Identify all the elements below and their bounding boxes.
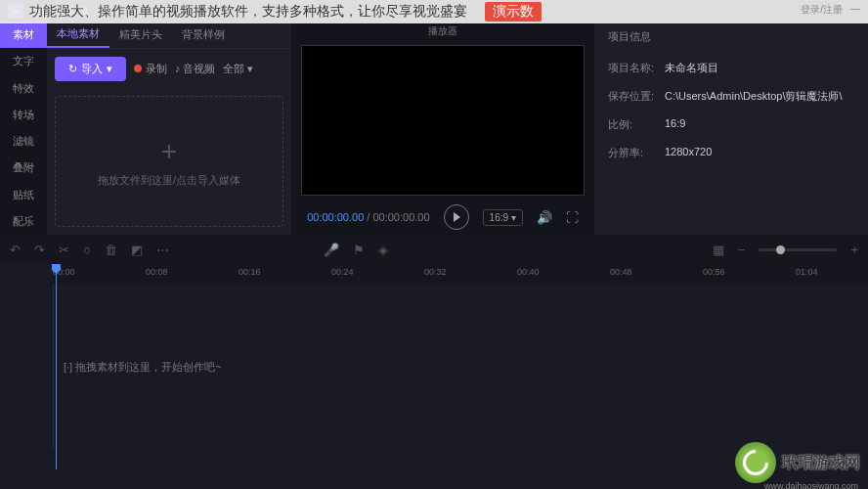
plus-icon: +	[161, 136, 177, 167]
ruler-tick: 01:04	[796, 267, 818, 277]
sidebar-tab-music[interactable]: 配乐	[0, 208, 47, 235]
crop-icon[interactable]: ◩	[131, 243, 143, 257]
timeline-hint: [·] 拖拽素材到这里，开始创作吧~	[64, 360, 222, 375]
window-controls: 登录/注册 —	[801, 3, 860, 17]
fullscreen-icon[interactable]: ⛶	[566, 210, 579, 225]
record-button[interactable]: 录制	[134, 62, 167, 76]
sidebar-tab-material[interactable]: 素材	[0, 22, 47, 48]
info-lbl: 分辨率:	[608, 146, 665, 160]
ruler-tick: 00:48	[610, 267, 632, 277]
sidebar-tab-overlay[interactable]: 叠附	[0, 155, 47, 181]
redo-icon[interactable]: ↷	[34, 243, 45, 257]
info-lbl: 项目名称:	[608, 61, 665, 75]
import-button[interactable]: ↻ 导入 ▾	[55, 57, 126, 81]
login-link[interactable]: 登录/注册	[801, 3, 843, 17]
info-val: 未命名项目	[665, 61, 854, 75]
info-val: C:\Users\Admin\Desktop\剪辑魔法师\	[665, 89, 854, 104]
ruler-tick: 00:08	[146, 267, 168, 277]
duration: 00:00:00.00	[372, 211, 429, 223]
sidebar-tab-text[interactable]: 文字	[0, 48, 47, 74]
info-row-res: 分辨率:1280x720	[608, 139, 854, 167]
info-val: 16:9	[665, 117, 854, 132]
timecode: 00:00:00.00 / 00:00:00.00	[307, 211, 429, 223]
mat-tab-intro[interactable]: 精美片头	[109, 22, 172, 48]
ruler-tick: 00:24	[331, 267, 354, 277]
all-filter[interactable]: 全部 ▾	[223, 62, 253, 76]
info-row-ratio: 比例:16:9	[608, 111, 854, 139]
player-controls: 00:00:00.00 / 00:00:00.00 16:9 ▾ 🔊 ⛶	[291, 200, 594, 235]
undo-icon[interactable]: ↶	[10, 243, 21, 257]
ruler-tick: 00:16	[239, 267, 261, 277]
more-icon[interactable]: ⋯	[156, 243, 169, 257]
chevron-down-icon: ▾	[107, 63, 112, 75]
ruler-tick: 00:32	[424, 267, 447, 277]
zoom-knob[interactable]	[776, 245, 785, 254]
info-row-name: 项目名称:未命名项目	[608, 54, 854, 82]
player-panel: 播放器 00:00:00.00 / 00:00:00.00 16:9 ▾ 🔊 ⛶	[291, 22, 594, 235]
material-panel: 本地素材 精美片头 背景样例 ↻ 导入 ▾ 录制 ♪ 音视频 全部 ▾ + 拖放…	[47, 22, 291, 235]
split-icon[interactable]: ⎏	[83, 243, 91, 257]
delete-icon[interactable]: 🗑	[105, 243, 117, 257]
minimize-icon[interactable]: —	[850, 3, 860, 17]
left-sidebar: 素材 文字 特效 转场 滤镜 叠附 贴纸 配乐	[0, 22, 47, 235]
timeline-ruler[interactable]: 00:00 00:08 00:16 00:24 00:32 00:40 00:4…	[53, 264, 868, 284]
dropzone-hint: 拖放文件到这里/点击导入媒体	[98, 173, 240, 188]
timeline-toolbar: ↶ ↷ ✂ ⎏ 🗑 ◩ ⋯ 🎤 ⚑ ◈ ▦ − +	[0, 235, 868, 264]
mat-tab-local[interactable]: 本地素材	[47, 22, 109, 48]
zoom-slider[interactable]	[759, 248, 837, 251]
sidebar-tab-transition[interactable]: 转场	[0, 102, 47, 128]
av-select[interactable]: ♪ 音视频	[175, 62, 215, 76]
video-preview[interactable]	[301, 45, 585, 196]
info-row-path: 保存位置:C:\Users\Admin\Desktop\剪辑魔法师\	[608, 82, 854, 111]
volume-icon[interactable]: 🔊	[537, 210, 552, 225]
play-button[interactable]	[444, 204, 469, 230]
record-label: 录制	[146, 62, 167, 76]
import-icon: ↻	[68, 63, 77, 75]
player-header: 播放器	[291, 22, 594, 41]
banner-text: 功能强大、操作简单的视频播放软件，支持多种格式，让你尽享视觉盛宴	[29, 3, 467, 21]
marker-icon[interactable]: ⚑	[353, 243, 365, 257]
track-area[interactable]: [·] 拖拽素材到这里，开始创作吧~	[53, 284, 868, 450]
watermark: 玳瑁游戏网	[735, 442, 860, 483]
record-dot-icon	[134, 65, 142, 72]
material-toolbar: ↻ 导入 ▾ 录制 ♪ 音视频 全部 ▾	[47, 49, 291, 88]
mic-icon[interactable]: 🎤	[324, 243, 339, 257]
info-lbl: 保存位置:	[608, 89, 665, 104]
sidebar-tab-effects[interactable]: 特效	[0, 75, 47, 102]
ruler-tick: 00:40	[517, 267, 540, 277]
ratio-select[interactable]: 16:9 ▾	[483, 209, 523, 226]
promo-banner: 功能强大、操作简单的视频播放软件，支持多种格式，让你尽享视觉盛宴 演示数	[0, 0, 868, 23]
av-label: 音视频	[183, 62, 215, 76]
info-header: 项目信息	[608, 29, 854, 44]
media-dropzone[interactable]: + 拖放文件到这里/点击导入媒体	[55, 96, 283, 227]
av-icon: ♪	[175, 63, 181, 74]
watermark-logo-icon	[735, 442, 776, 483]
material-tabs: 本地素材 精美片头 背景样例	[47, 22, 291, 49]
cut-icon[interactable]: ✂	[59, 243, 69, 257]
import-label: 导入	[81, 62, 103, 76]
info-lbl: 比例:	[608, 117, 665, 132]
current-time: 00:00:00.00	[307, 211, 364, 223]
banner-badge: 演示数	[485, 2, 542, 22]
sidebar-tab-sticker[interactable]: 贴纸	[0, 182, 47, 208]
zoom-out-icon[interactable]: −	[738, 243, 746, 257]
mat-tab-bg[interactable]: 背景样例	[172, 22, 235, 48]
zoom-in-icon[interactable]: +	[850, 243, 858, 257]
project-info-panel: 项目信息 项目名称:未命名项目 保存位置:C:\Users\Admin\Desk…	[594, 22, 868, 235]
ruler-tick: 00:56	[703, 267, 725, 277]
sidebar-tab-filter[interactable]: 滤镜	[0, 128, 47, 155]
tool-icon[interactable]: ◈	[378, 243, 388, 257]
timeline-panel: 00:00 00:08 00:16 00:24 00:32 00:40 00:4…	[0, 264, 868, 469]
info-val: 1280x720	[665, 146, 854, 160]
grid-icon[interactable]: ▦	[713, 243, 724, 257]
watermark-text: 玳瑁游戏网	[782, 453, 860, 473]
